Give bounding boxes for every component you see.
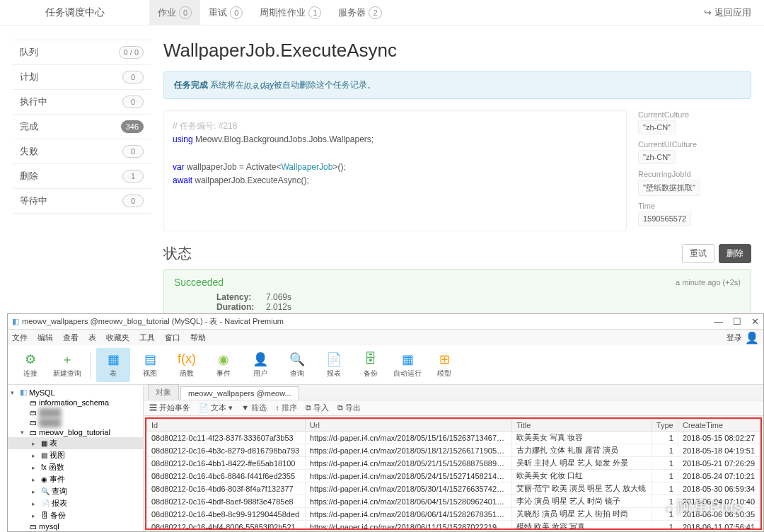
tree-node[interactable]: 🗃information_schema xyxy=(8,398,143,407)
menu-文件[interactable]: 文件 xyxy=(12,332,28,343)
tree-node[interactable]: ▸▦表 xyxy=(8,437,143,449)
menu-窗口[interactable]: 窗口 xyxy=(165,332,180,343)
main-toolbar: ⚙连接＋新建查询▦表▤视图f(x)函数◉事件👤用户🔍查询📄报表🗄备份▦自动运行⊞… xyxy=(8,345,763,385)
close-icon[interactable]: ✕ xyxy=(751,316,759,327)
grid-tool[interactable]: ▼ 筛选 xyxy=(241,403,267,413)
tool-连接[interactable]: ⚙连接 xyxy=(13,348,47,382)
tool-用户[interactable]: 👤用户 xyxy=(243,348,277,382)
sidebar-item-5[interactable]: 删除1 xyxy=(13,164,151,189)
connection-tree[interactable]: ▾◧MySQL 🗃information_schema🗃████🗃████▾🗃m… xyxy=(8,385,144,531)
tool-备份[interactable]: 🗄备份 xyxy=(354,348,388,382)
window-title: meowv_wallpapers @meowv_blog_tutorial (M… xyxy=(22,316,284,327)
tool-新建查询[interactable]: ＋新建查询 xyxy=(50,348,84,382)
grid-tool[interactable]: ☰ 开始事务 xyxy=(149,403,190,413)
menu-表[interactable]: 表 xyxy=(88,332,96,343)
page-title: WallpaperJob.ExecuteAsync xyxy=(163,40,751,62)
grid-tool[interactable]: ↕ 排序 xyxy=(275,403,297,413)
menu-工具[interactable]: 工具 xyxy=(139,332,155,343)
delete-button[interactable]: 删除 xyxy=(719,244,751,263)
table-row[interactable]: 08d80212-0c16-4bb1-8422-ffe65ab18100http… xyxy=(147,457,760,470)
status-heading: 状态 xyxy=(163,244,192,263)
table-row[interactable]: 08d80212-0c16-4be8-8c99-912904458dedhttp… xyxy=(147,508,760,521)
tree-node[interactable]: ▸🔍查询 xyxy=(8,485,143,497)
tool-自动运行[interactable]: ▦自动运行 xyxy=(390,348,424,382)
editor-tab[interactable]: 对象 xyxy=(148,384,179,400)
tree-node[interactable]: ▾🗃meowv_blog_tutorial xyxy=(8,427,143,437)
tree-node[interactable]: ▸◉事件 xyxy=(8,473,143,485)
queue-sidebar: 队列0 / 0计划0执行中0完成346失败0删除1等待中0 xyxy=(13,40,151,320)
navicat-window: ◧ meowv_wallpapers @meowv_blog_tutorial … xyxy=(7,313,764,532)
job-code: // 任务编号: #218 using Meowv.Blog.Backgroun… xyxy=(163,110,627,231)
table-row[interactable]: 08d80212-0c11-4f23-837f-333607af3b53http… xyxy=(147,432,760,444)
menu-编辑[interactable]: 编辑 xyxy=(37,332,53,343)
sidebar-item-1[interactable]: 计划0 xyxy=(13,65,151,90)
tree-node[interactable]: 🗃████ xyxy=(8,417,143,427)
tool-模型[interactable]: ⊞模型 xyxy=(427,348,461,382)
tool-事件[interactable]: ◉事件 xyxy=(207,348,241,382)
grid-tool[interactable]: ⧉ 导出 xyxy=(337,403,361,413)
tool-查询[interactable]: 🔍查询 xyxy=(280,348,314,382)
table-row[interactable]: 08d80212-0c16-4bf4-8006-55853f02b521http… xyxy=(147,521,760,531)
status-panel: Succeeded a minute ago (+2s) Latency:7.0… xyxy=(163,269,751,320)
user-icon[interactable]: 👤 xyxy=(745,331,759,345)
editor-tabs: 对象meowv_wallpapers @meow... xyxy=(144,385,763,400)
tree-node[interactable]: ▸🗄备份 xyxy=(8,509,143,521)
grid-toolbar: ☰ 开始事务📄 文本 ▾▼ 筛选↕ 排序⧉ 导入⧉ 导出 xyxy=(144,400,763,416)
tool-视图[interactable]: ▤视图 xyxy=(133,348,167,382)
editor-tab[interactable]: meowv_wallpapers @meow... xyxy=(180,386,299,400)
maximize-icon[interactable]: ☐ xyxy=(733,316,741,327)
col-header[interactable]: Title xyxy=(512,420,652,432)
job-meta: CurrentCulture"zh-CN"CurrentUICulture"zh… xyxy=(638,110,751,231)
tree-node[interactable]: ▸▤视图 xyxy=(8,449,143,461)
top-tab-1[interactable]: 重试0 xyxy=(200,0,251,25)
db-icon: ◧ xyxy=(12,317,19,326)
status-succeeded-label: Succeeded xyxy=(174,277,224,288)
tool-函数[interactable]: f(x)函数 xyxy=(170,348,204,382)
top-tab-2[interactable]: 周期性作业1 xyxy=(251,0,330,25)
table-row[interactable]: 08d80212-0c16-4b3c-8279-d816798ba793http… xyxy=(147,444,760,457)
grid-tool[interactable]: 📄 文本 ▾ xyxy=(199,403,233,413)
tool-报表[interactable]: 📄报表 xyxy=(317,348,351,382)
menu-查看[interactable]: 查看 xyxy=(63,332,79,343)
sidebar-item-0[interactable]: 队列0 / 0 xyxy=(13,40,151,65)
table-row[interactable]: 08d80212-0c16-4bc6-8846-f441f6ed2355http… xyxy=(147,470,760,482)
login-link[interactable]: 登录 xyxy=(727,332,742,343)
app-brand: 任务调度中心 xyxy=(0,1,149,25)
sidebar-item-6[interactable]: 等待中0 xyxy=(13,189,151,214)
retry-button[interactable]: 重试 xyxy=(682,244,714,263)
completion-alert: 任务完成 系统将在in a day被自动删除这个任务记录。 xyxy=(163,71,751,99)
table-row[interactable]: 08d80212-0c16-4bd6-803f-8f4a7f132377http… xyxy=(147,482,760,495)
tree-node[interactable]: 🗃mysql xyxy=(8,521,143,531)
menu-bar: 文件编辑查看表收藏夹工具窗口帮助登录👤 xyxy=(8,330,763,345)
grid-tool[interactable]: ⧉ 导入 xyxy=(306,403,329,413)
table-row[interactable]: 08d80212-0c16-4bdf-8aef-988f3e4785e8http… xyxy=(147,495,760,508)
col-header[interactable]: Id xyxy=(147,420,306,432)
tree-root[interactable]: ▾◧MySQL xyxy=(8,387,143,398)
top-tab-0[interactable]: 作业0 xyxy=(149,0,200,25)
minimize-icon[interactable]: — xyxy=(714,316,723,327)
col-header[interactable]: CreateTime xyxy=(678,420,760,432)
tree-node[interactable]: ▸📄报表 xyxy=(8,497,143,509)
col-header[interactable]: Url xyxy=(305,420,511,432)
sidebar-item-2[interactable]: 执行中0 xyxy=(13,90,151,115)
top-tabs: 作业0重试0周期性作业1服务器2 xyxy=(149,0,390,25)
back-to-app-link[interactable]: ↪ 返回应用 xyxy=(691,1,764,25)
tree-node[interactable]: 🗃████ xyxy=(8,407,143,417)
data-grid[interactable]: IdUrlTitleTypeCreateTime08d80212-0c11-4f… xyxy=(145,417,762,530)
top-tab-3[interactable]: 服务器2 xyxy=(330,0,390,25)
status-time: a minute ago (+2s) xyxy=(676,278,741,287)
col-header[interactable]: Type xyxy=(652,420,678,432)
menu-收藏夹[interactable]: 收藏夹 xyxy=(106,332,129,343)
tree-node[interactable]: ▸fx函数 xyxy=(8,461,143,473)
menu-帮助[interactable]: 帮助 xyxy=(190,332,206,343)
tool-表[interactable]: ▦表 xyxy=(96,348,130,382)
sidebar-item-3[interactable]: 完成346 xyxy=(13,115,151,139)
sidebar-item-4[interactable]: 失败0 xyxy=(13,139,151,164)
